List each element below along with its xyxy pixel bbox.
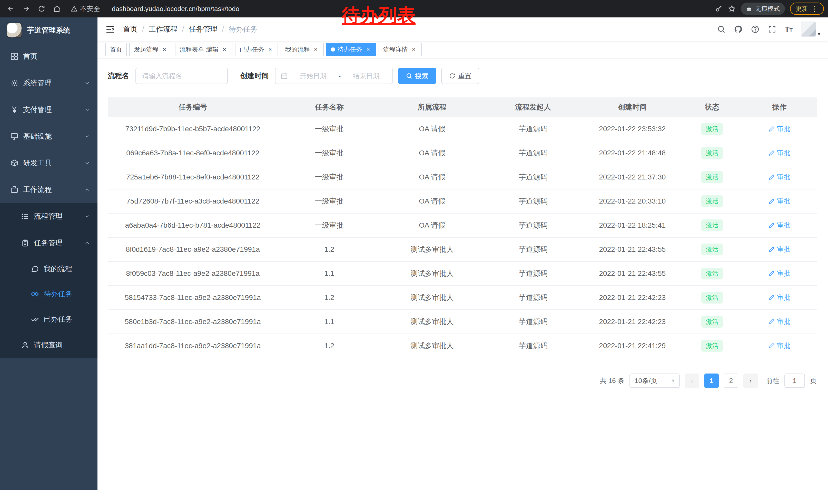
reset-button[interactable]: 重置	[441, 68, 479, 84]
search-button[interactable]: 搜索	[398, 68, 436, 84]
status-badge: 激活	[701, 316, 723, 328]
process-cell: OA 请假	[381, 141, 484, 165]
page-number-1[interactable]: 1	[704, 373, 719, 388]
sidebar-item-leave-query[interactable]: 请假查询	[0, 332, 97, 358]
sidebar-item-home[interactable]: 首页	[0, 43, 97, 70]
close-tab-icon[interactable]	[221, 46, 228, 53]
next-page-button[interactable]: ›	[743, 373, 758, 388]
font-size-icon[interactable]: TT	[785, 25, 793, 34]
table-row: 725a1eb6-7b88-11ec-8ef0-acde48001122 一级审…	[108, 165, 817, 189]
page-content: 流程名 创建时间 开始日期 - 结束日期 搜索 重	[97, 58, 828, 490]
edit-pencil-icon	[769, 342, 775, 349]
sidebar-item-infrastructure[interactable]: 基础设施	[0, 123, 97, 150]
kebab-menu-icon[interactable]: ⋮	[811, 5, 818, 13]
approve-link[interactable]: 审批	[769, 197, 790, 205]
tab-label: 待办任务	[338, 45, 362, 54]
approve-link[interactable]: 审批	[769, 221, 790, 230]
collapse-sidebar-icon[interactable]	[105, 24, 115, 34]
sidebar-item-done-tasks[interactable]: 已办任务	[0, 307, 97, 332]
breadcrumb-home[interactable]: 首页	[123, 25, 137, 34]
tab-my-process[interactable]: 我的流程	[281, 43, 324, 56]
action-cell: 审批	[742, 189, 817, 213]
sidebar-item-workflow[interactable]: 工作流程	[0, 176, 97, 203]
breadcrumb-separator: /	[222, 25, 224, 33]
sidebar-item-label: 系统管理	[23, 78, 52, 88]
question-icon[interactable]	[751, 25, 759, 34]
date-range-picker[interactable]: 开始日期 - 结束日期	[275, 68, 393, 84]
update-button[interactable]: 更新 ⋮	[790, 3, 824, 15]
back-icon[interactable]	[4, 2, 17, 15]
close-tab-icon[interactable]	[267, 46, 274, 53]
app-logo[interactable]: 芋道管理系统	[0, 17, 97, 43]
task-id-cell: 8f0d1619-7ac8-11ec-a9e2-a2380e71991a	[108, 237, 278, 262]
process-cell: OA 请假	[381, 213, 484, 237]
tab-home[interactable]: 首页	[105, 43, 127, 56]
approve-link[interactable]: 审批	[769, 269, 790, 278]
initiator-cell: 芋道源码	[484, 334, 583, 358]
approve-link[interactable]: 审批	[769, 293, 790, 302]
sidebar-item-my-process[interactable]: 我的流程	[0, 256, 97, 281]
page-size-select[interactable]: 10条/页 ▾	[629, 373, 680, 388]
star-icon[interactable]	[728, 5, 736, 12]
url-text[interactable]: dashboard.yudao.iocoder.cn/bpm/task/todo	[112, 5, 239, 13]
tab-start-process[interactable]: 发起流程	[129, 43, 172, 56]
initiator-cell: 芋道源码	[484, 117, 583, 141]
breadcrumb-workflow[interactable]: 工作流程	[149, 25, 177, 34]
sidebar-item-payment[interactable]: 支付管理	[0, 96, 97, 123]
tab-form-edit[interactable]: 流程表单-编辑	[175, 43, 233, 56]
reload-icon[interactable]	[35, 2, 48, 15]
user-menu[interactable]: ▾	[801, 21, 820, 37]
create-time-label: 创建时间	[240, 71, 269, 81]
approve-link[interactable]: 审批	[769, 124, 790, 133]
table-row: 58154733-7ac8-11ec-a9e2-a2380e71991a 1.2…	[108, 286, 817, 310]
initiator-cell: 芋道源码	[484, 262, 583, 286]
approve-link[interactable]: 审批	[769, 173, 790, 182]
approve-link[interactable]: 审批	[769, 317, 790, 326]
incognito-icon	[746, 6, 752, 12]
edit-pencil-icon	[769, 198, 775, 204]
sidebar-item-todo-tasks[interactable]: 待办任务	[0, 281, 97, 307]
page-number-2[interactable]: 2	[724, 373, 738, 388]
sidebar-item-label: 基础设施	[23, 132, 52, 141]
start-date-placeholder[interactable]: 开始日期	[292, 72, 334, 81]
process-name-input[interactable]	[135, 68, 228, 84]
chevron-up-icon	[84, 187, 90, 193]
caret-down-icon: ▾	[818, 31, 820, 37]
approve-link[interactable]: 审批	[769, 341, 790, 350]
sidebar-item-system[interactable]: 系统管理	[0, 70, 97, 96]
task-id-cell: 73211d9d-7b9b-11ec-b5b7-acde48001122	[108, 117, 278, 141]
close-tab-icon[interactable]	[161, 46, 168, 53]
end-date-placeholder[interactable]: 结束日期	[345, 72, 387, 81]
security-warning[interactable]: 不安全	[71, 4, 100, 13]
status-cell: 激活	[682, 334, 742, 358]
tab-process-detail[interactable]: 流程详情	[379, 43, 422, 56]
tab-done-tasks[interactable]: 已办任务	[235, 43, 278, 56]
create-time-cell: 2022-01-21 22:42:23	[583, 310, 682, 334]
close-tab-icon[interactable]	[410, 46, 417, 53]
close-tab-icon[interactable]	[313, 46, 319, 53]
breadcrumb: 首页/ 工作流程/ 任务管理/ 待办任务	[123, 25, 257, 34]
status-cell: 激活	[682, 141, 742, 165]
task-name-cell: 一级审批	[278, 117, 381, 141]
sidebar-item-task-mgmt[interactable]: 任务管理	[0, 230, 97, 256]
edit-pencil-icon	[769, 318, 775, 325]
prev-page-button[interactable]: ‹	[685, 373, 699, 388]
approve-link[interactable]: 审批	[769, 148, 790, 157]
forward-icon[interactable]	[19, 2, 33, 15]
fullscreen-icon[interactable]	[768, 25, 777, 34]
avatar[interactable]	[801, 21, 816, 37]
breadcrumb-task-mgmt[interactable]: 任务管理	[189, 25, 217, 34]
close-tab-icon[interactable]	[365, 46, 371, 53]
github-icon[interactable]	[734, 25, 743, 34]
search-icon[interactable]	[717, 25, 726, 34]
table-row: 381aa1dd-7ac8-11ec-a9e2-a2380e71991a 1.2…	[108, 334, 817, 358]
sidebar-item-devtools[interactable]: 研发工具	[0, 150, 97, 176]
home-icon[interactable]	[50, 2, 64, 15]
approve-link[interactable]: 审批	[769, 245, 790, 254]
screen: 待办列表 不安全 dashboard.yudao.iocoder.cn/bpm/…	[0, 0, 828, 504]
sidebar-item-process-mgmt[interactable]: 流程管理	[0, 203, 97, 230]
address-bar[interactable]: 不安全 dashboard.yudao.iocoder.cn/bpm/task/…	[71, 4, 713, 13]
goto-page-input[interactable]	[784, 373, 805, 388]
key-icon[interactable]	[715, 5, 723, 12]
tab-todo-tasks[interactable]: 待办任务	[326, 43, 376, 56]
